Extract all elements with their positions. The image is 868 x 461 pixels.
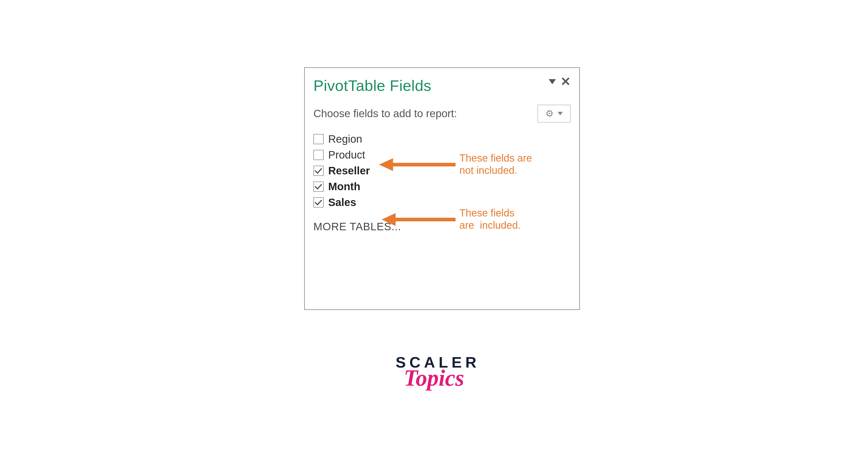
field-list-tools-button[interactable]: ⚙ (537, 105, 571, 123)
checkbox-sales[interactable] (313, 197, 323, 208)
svg-marker-3 (381, 213, 396, 226)
panel-header: PivotTable Fields ✕ (313, 74, 571, 97)
field-label: Sales (328, 196, 356, 209)
checkbox-product[interactable] (313, 150, 323, 160)
gear-icon: ⚙ (546, 108, 554, 119)
field-row-month[interactable]: Month (313, 179, 571, 194)
scaler-topics-logo: SCALER Topics (396, 355, 480, 390)
checkbox-month[interactable] (313, 182, 323, 192)
checkbox-reseller[interactable] (313, 166, 323, 176)
field-label: Region (328, 133, 362, 145)
checkbox-region[interactable] (313, 134, 323, 144)
pivottable-fields-panel: PivotTable Fields ✕ Choose fields to add… (304, 67, 580, 310)
field-label: Reseller (328, 165, 370, 177)
annotation-not-included: These fields are not included. (459, 152, 532, 176)
panel-title: PivotTable Fields (313, 77, 431, 94)
field-label: Month (328, 181, 360, 193)
field-row-region[interactable]: Region (313, 131, 571, 147)
chevron-down-icon (558, 112, 563, 115)
panel-subheader-row: Choose fields to add to report: ⚙ (313, 105, 571, 123)
field-row-sales[interactable]: Sales (313, 194, 571, 210)
arrow-included (381, 211, 456, 228)
arrow-not-included (379, 156, 456, 174)
annotation-included: These fields are included. (459, 207, 521, 231)
panel-subtitle: Choose fields to add to report: (313, 107, 457, 120)
close-icon[interactable]: ✕ (560, 75, 571, 88)
field-label: Product (328, 149, 365, 161)
panel-options-dropdown-icon[interactable] (549, 79, 556, 84)
panel-header-controls: ✕ (549, 75, 571, 88)
svg-marker-1 (379, 158, 393, 171)
